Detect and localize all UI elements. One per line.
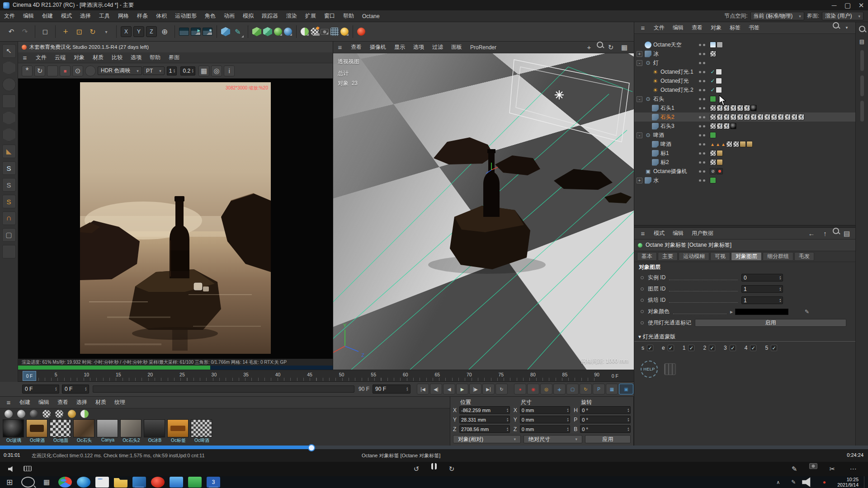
object-row-Octane灯光.2[interactable]: ☀Octane灯光.2✓: [634, 85, 855, 94]
undo-icon[interactable]: ↶: [5, 26, 17, 38]
panel-menu-icon[interactable]: ≡: [334, 42, 346, 53]
menu-item[interactable]: 模拟: [239, 12, 258, 20]
material-preview-icon[interactable]: [68, 410, 76, 418]
video-loop-icon[interactable]: ↻: [446, 463, 458, 475]
object-row-Octane灯光.1[interactable]: ☀Octane灯光.1✓: [634, 67, 855, 76]
render-settings-button[interactable]: [203, 28, 212, 36]
texture-mode-icon[interactable]: [2, 78, 16, 91]
tag-ball-icon[interactable]: [730, 123, 736, 129]
tag-q-icon[interactable]: ?: [744, 114, 750, 120]
rotate-view-icon[interactable]: ↻: [605, 42, 617, 53]
mask-checkbox-4[interactable]: ✓: [750, 345, 756, 351]
workplane-lock-icon[interactable]: [2, 245, 16, 258]
attribute-tab[interactable]: 对象图层: [731, 252, 762, 261]
tag-tan-icon[interactable]: [717, 150, 723, 156]
material-item[interactable]: Canya: [97, 419, 119, 443]
coords-size-mode-select[interactable]: 绝对尺寸▾: [524, 435, 582, 443]
lock-resolution-icon[interactable]: ⊙: [72, 66, 83, 76]
tag-q-icon[interactable]: ?: [778, 114, 784, 120]
tag-q-icon[interactable]: ?: [737, 114, 743, 120]
tag-checker-icon[interactable]: [710, 105, 716, 111]
visibility-dots[interactable]: [698, 161, 710, 164]
key-rotation-toggle[interactable]: ↻: [580, 384, 592, 394]
material-thumbnail[interactable]: [167, 419, 189, 437]
tone-mapping-select[interactable]: HDR 色调映▾: [98, 66, 142, 75]
menu-item[interactable]: 样条: [133, 12, 152, 20]
position-Z-input[interactable]: 2708.56 mm▴▾: [459, 425, 510, 433]
menu-item[interactable]: 扩展: [301, 12, 320, 20]
zoom-view-icon[interactable]: [597, 42, 603, 48]
panel-menu-icon[interactable]: ≡: [637, 228, 649, 239]
panel-menu-icon[interactable]: ≡: [3, 397, 14, 408]
material-menu-item[interactable]: 纹理: [110, 399, 129, 406]
edges-mode-icon[interactable]: [2, 128, 16, 141]
visibility-dots[interactable]: [698, 107, 710, 109]
tag-white-icon[interactable]: [716, 78, 722, 84]
exposure-input[interactable]: 0.2▴▾: [180, 66, 195, 75]
position-Y-input[interactable]: 28.331 mm▴▾: [459, 416, 510, 423]
pan-view-icon[interactable]: +: [583, 42, 595, 53]
material-menu-item[interactable]: 材质: [91, 399, 110, 406]
tag-green-icon[interactable]: [710, 177, 716, 183]
current-frame-input[interactable]: 0 F▴▾: [62, 385, 89, 394]
samples-input[interactable]: 1▴▾: [167, 66, 177, 75]
timeline-ruler[interactable]: 0 F 051015202530354045505560657075808590…: [18, 370, 634, 382]
tag-check-icon[interactable]: ✓: [710, 78, 716, 84]
key-scale-toggle[interactable]: ▢: [566, 384, 579, 394]
tag-cam-icon[interactable]: ⊘: [710, 168, 716, 174]
attr-layout-icon[interactable]: ▤: [841, 228, 853, 239]
octane-settings-icon[interactable]: *: [22, 66, 33, 76]
tag-q-icon[interactable]: ?: [771, 114, 777, 120]
strip-search-icon[interactable]: [858, 25, 866, 33]
menu-item[interactable]: 体积: [152, 12, 171, 20]
video-progress-bar[interactable]: [0, 446, 868, 449]
material-preview-icon[interactable]: [5, 410, 13, 418]
menu-item[interactable]: 工具: [95, 12, 114, 20]
last-tool-icon[interactable]: ▾: [100, 26, 112, 38]
visibility-dots[interactable]: [698, 98, 710, 100]
menu-item[interactable]: 跟踪器: [258, 12, 282, 20]
strip-home-icon[interactable]: ▤: [858, 38, 866, 46]
visibility-dots[interactable]: [698, 116, 710, 118]
om-filter-icon[interactable]: ▼: [841, 22, 853, 34]
object-row-石头[interactable]: -⊙石头: [634, 94, 855, 103]
tag-check-icon[interactable]: ✓: [710, 87, 716, 93]
object-row-啤酒[interactable]: -⊙啤酒: [634, 131, 855, 140]
tag-checker-icon[interactable]: [733, 141, 739, 147]
recorder-app-icon[interactable]: 3: [207, 477, 220, 488]
rotation-H-input[interactable]: 0 °▴▾: [580, 406, 631, 414]
octane-help-icon[interactable]: HELP: [641, 361, 658, 378]
scale-tool-icon[interactable]: ⊡: [73, 26, 85, 38]
tag-q-icon[interactable]: ?: [730, 114, 736, 120]
edge-app-icon[interactable]: [77, 477, 90, 488]
side-tab[interactable]: [860, 50, 864, 71]
tag-white-icon[interactable]: [716, 69, 722, 75]
material-item[interactable]: Oc标签: [167, 419, 189, 443]
node-space-select[interactable]: 当前 (标准/物理)▾: [750, 12, 804, 20]
panel-menu-icon[interactable]: ≡: [19, 52, 31, 64]
tray-badge-icon[interactable]: ●: [817, 477, 831, 488]
tweak-mode-icon[interactable]: ↖: [2, 44, 16, 58]
mask-checkbox-2[interactable]: ✓: [709, 345, 715, 351]
material-thumbnail[interactable]: [73, 419, 94, 437]
panel-menu-icon[interactable]: ≡: [637, 22, 649, 34]
tag-green-icon[interactable]: [710, 132, 716, 138]
object-row-灯[interactable]: -⊙灯: [634, 58, 855, 67]
octane-menu-item[interactable]: 选项: [127, 54, 146, 61]
start-button[interactable]: ⊞: [3, 477, 16, 488]
tag-q-icon[interactable]: ?: [717, 123, 723, 129]
z-axis-button[interactable]: Z: [146, 26, 157, 37]
tag-checker-icon[interactable]: [710, 159, 716, 165]
menu-item[interactable]: 运动图形: [171, 12, 201, 20]
expander-icon[interactable]: +: [637, 51, 642, 57]
expander-icon[interactable]: -: [637, 132, 642, 138]
snap-icon[interactable]: ∩: [2, 211, 16, 225]
rotate-tool-icon[interactable]: ↻: [87, 26, 99, 38]
mograph-button[interactable]: [274, 28, 282, 36]
tray-pen-icon[interactable]: ✎: [787, 477, 800, 488]
c4d-app-icon[interactable]: [95, 477, 109, 488]
material-thumbnail[interactable]: [144, 419, 165, 437]
object-row-冰[interactable]: +冰: [634, 49, 855, 58]
mask-checkbox-1[interactable]: ✓: [688, 345, 694, 351]
material-menu-item[interactable]: 选择: [72, 399, 91, 406]
